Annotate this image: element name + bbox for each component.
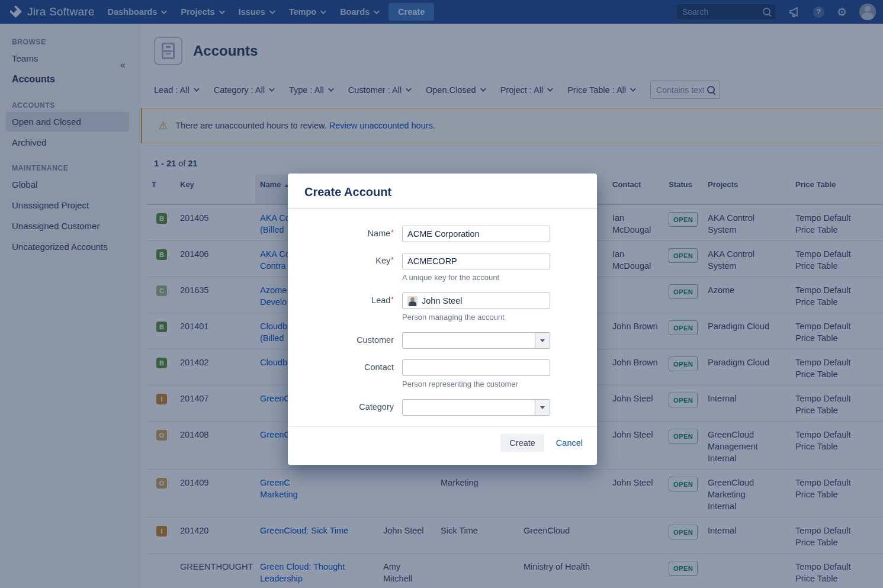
field-control: John Steel <box>402 293 550 309</box>
field-label: Category <box>304 399 394 416</box>
field-control <box>402 253 550 269</box>
field-row-lead: Lead*John Steel <box>304 293 580 309</box>
modal-create-button[interactable]: Create <box>500 434 544 452</box>
field-label: Contact <box>304 359 394 376</box>
field-row-key: Key* <box>304 253 580 269</box>
field-label: Customer <box>304 332 394 349</box>
field-row-contact: Contact <box>304 359 580 376</box>
lead-value: John Steel <box>422 296 463 306</box>
select-dropdown-button[interactable] <box>535 333 550 348</box>
required-asterisk: * <box>391 295 394 304</box>
lead-avatar <box>407 296 418 306</box>
field-label: Name* <box>304 226 394 242</box>
field-row-category: Category <box>304 399 580 416</box>
create-account-modal: Create Account Name*Key*A unique key for… <box>288 173 597 465</box>
field-row-name: Name* <box>304 226 580 242</box>
required-asterisk: * <box>391 256 394 264</box>
field-helper-text: A unique key for the account <box>402 273 580 282</box>
contact-input[interactable] <box>402 359 550 376</box>
field-helper-text: Person representing the customer <box>402 380 580 388</box>
required-asterisk: * <box>391 229 394 237</box>
select-dropdown-button[interactable] <box>535 400 550 415</box>
chevron-down-icon <box>540 406 545 409</box>
customer-select[interactable] <box>402 332 550 349</box>
modal-cancel-button[interactable]: Cancel <box>556 438 583 448</box>
field-label: Lead* <box>304 293 394 309</box>
field-label: Key* <box>304 253 394 269</box>
category-select[interactable] <box>402 399 550 416</box>
lead-picker[interactable]: John Steel <box>402 293 550 309</box>
key-input[interactable] <box>402 253 550 269</box>
field-row-customer: Customer <box>304 332 580 349</box>
field-control <box>402 226 550 242</box>
modal-title: Create Account <box>304 185 391 198</box>
field-control <box>402 359 550 376</box>
name-input[interactable] <box>402 226 550 242</box>
field-control <box>402 332 550 349</box>
field-helper-text: Person managing the account <box>402 313 580 322</box>
chevron-down-icon <box>540 339 545 342</box>
field-control <box>402 399 550 416</box>
